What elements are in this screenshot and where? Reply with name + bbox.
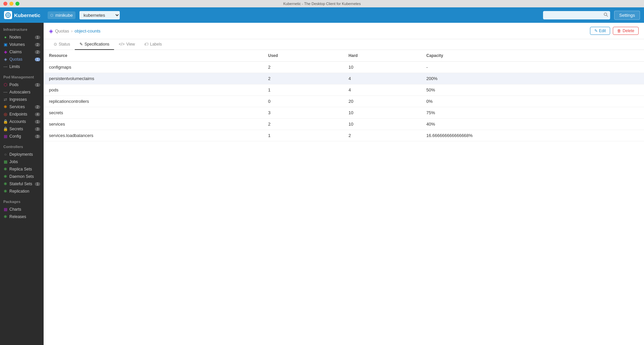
replica-icon: ❋: [3, 167, 7, 171]
edit-icon: ✎: [594, 28, 598, 33]
tab-specifications-label: Specifications: [85, 42, 109, 47]
charts-icon: ▦: [3, 207, 7, 211]
search-input[interactable]: [543, 11, 610, 19]
breadcrumb: ◈ Quotas › object-counts: [49, 28, 101, 34]
sidebar-item-autoscalers[interactable]: — Autoscalers: [0, 88, 44, 96]
table-row: replicationcontrollers 0 20 0%: [44, 96, 644, 107]
sidebar-count-claims: 2: [35, 50, 40, 54]
sidebar-label-accounts: Accounts: [9, 119, 33, 124]
table-body: configmaps 2 10 - persistentvolumeclaims…: [44, 62, 644, 141]
cell-hard: 10: [343, 119, 421, 130]
section-title-packages: Packages: [0, 195, 44, 206]
cluster-icon: ⬡: [50, 13, 53, 17]
sidebar-item-releases[interactable]: ❋ Releases: [0, 213, 44, 220]
section-title-pod-management: Pod Management: [0, 70, 44, 81]
sidebar-item-daemon-sets[interactable]: ❋ Daemon Sets: [0, 173, 44, 180]
settings-button[interactable]: Settings: [614, 11, 640, 20]
sidebar-item-charts[interactable]: ▦ Charts: [0, 206, 44, 213]
tab-view[interactable]: </> View: [114, 39, 140, 50]
tab-labels-label: Labels: [150, 42, 162, 47]
cell-resource: services: [44, 119, 263, 130]
col-hard: Hard: [343, 50, 421, 62]
sidebar-count-stateful-sets: 1: [35, 182, 40, 186]
breadcrumb-parent[interactable]: Quotas: [55, 28, 69, 33]
cell-hard: 10: [343, 62, 421, 73]
cell-capacity: 0%: [421, 96, 644, 107]
sidebar-item-volumes[interactable]: ▣ Volumes 2: [0, 41, 44, 48]
volume-icon: ▣: [3, 43, 7, 47]
sidebar-item-deployments[interactable]: ○ Deployments: [0, 151, 44, 158]
tab-status-label: Status: [59, 42, 70, 47]
tab-status[interactable]: ⊙ Status: [49, 39, 75, 50]
cell-used: 1: [263, 84, 343, 96]
sidebar-item-pods[interactable]: ⬡ Pods 1: [0, 81, 44, 88]
titlebar: Kubernetic - The Desktop Client for Kube…: [0, 0, 644, 7]
cell-capacity: -: [421, 62, 644, 73]
replication-icon: ❋: [3, 189, 7, 193]
sidebar-item-config[interactable]: ▦ Config 3: [0, 133, 44, 140]
maximize-button[interactable]: [15, 2, 19, 6]
table-row: pods 1 4 50%: [44, 84, 644, 96]
sidebar-item-quotas[interactable]: ◈ Quotas 1: [0, 56, 44, 63]
edit-button[interactable]: ✎ Edit: [590, 27, 610, 35]
window-title: Kubernetic - The Desktop Client for Kube…: [283, 2, 361, 6]
search-container: [543, 11, 610, 19]
secret-icon: 🔒: [3, 127, 7, 131]
sidebar-label-volumes: Volumes: [9, 42, 33, 47]
claim-icon: ◆: [3, 50, 7, 54]
table-header-row: Resource Used Hard Capacity: [44, 50, 644, 62]
quota-icon: ◈: [3, 57, 7, 61]
cluster-dropdown[interactable]: kubernetes: [79, 11, 120, 19]
search-button[interactable]: [603, 12, 608, 18]
sidebar-label-replication: Replication: [9, 189, 40, 194]
cell-used: 2: [263, 119, 343, 130]
sidebar-item-endpoints[interactable]: ◎ Endpoints 4: [0, 111, 44, 118]
quota-breadcrumb-icon: ◈: [49, 28, 53, 34]
sidebar-item-jobs[interactable]: ▦ Jobs: [0, 158, 44, 165]
table-header: Resource Used Hard Capacity: [44, 50, 644, 62]
cell-resource: configmaps: [44, 62, 263, 73]
cell-resource: persistentvolumeclaims: [44, 73, 263, 84]
svg-line-4: [606, 15, 608, 17]
tab-specifications[interactable]: ✎ Specifications: [75, 39, 114, 50]
cell-hard: 4: [343, 84, 421, 96]
header: Kubernetic ⬡ minikube kubernetes Setting…: [0, 7, 644, 23]
sidebar-label-autoscalers: Autoscalers: [9, 90, 40, 94]
delete-label: Delete: [623, 28, 634, 33]
cell-resource: secrets: [44, 107, 263, 119]
sidebar-item-accounts[interactable]: 🔒 Accounts 1: [0, 118, 44, 125]
tab-view-label: View: [126, 42, 135, 47]
sidebar-item-nodes[interactable]: ● Nodes 1: [0, 33, 44, 41]
sidebar-label-secrets: Secrets: [9, 127, 33, 131]
sidebar-item-services[interactable]: ❋ Services 2: [0, 103, 44, 111]
sidebar-label-charts: Charts: [9, 207, 40, 212]
sidebar-item-limits[interactable]: — Limits: [0, 63, 44, 70]
cell-resource: services.loadbalancers: [44, 130, 263, 141]
close-button[interactable]: [3, 2, 7, 6]
sidebar-item-secrets[interactable]: 🔒 Secrets 3: [0, 125, 44, 133]
label-icon: 🏷: [144, 42, 148, 47]
cluster-selector: ⬡ minikube: [48, 11, 75, 19]
search-icon: [603, 12, 608, 17]
service-icon: ❋: [3, 105, 7, 109]
jobs-icon: ▦: [3, 160, 7, 164]
cell-hard: 2: [343, 130, 421, 141]
tab-labels[interactable]: 🏷 Labels: [140, 39, 166, 50]
delete-button[interactable]: 🗑 Delete: [613, 27, 639, 35]
sidebar-label-deployments: Deployments: [9, 152, 40, 157]
cell-used: 3: [263, 107, 343, 119]
sidebar-label-ingresses: Ingresses: [9, 97, 40, 102]
sidebar-label-limits: Limits: [9, 64, 40, 69]
sidebar-label-endpoints: Endpoints: [9, 112, 33, 117]
minimize-button[interactable]: [9, 2, 13, 6]
sidebar-item-ingresses[interactable]: ⇄ Ingresses: [0, 96, 44, 103]
cell-capacity: 75%: [421, 107, 644, 119]
sidebar-item-claims[interactable]: ◆ Claims 2: [0, 48, 44, 56]
content-area: ◈ Quotas › object-counts ✎ Edit 🗑 Delete…: [44, 23, 644, 345]
breadcrumb-bar: ◈ Quotas › object-counts ✎ Edit 🗑 Delete: [44, 23, 644, 39]
spec-icon: ✎: [79, 42, 83, 47]
sidebar-item-replication[interactable]: ❋ Replication: [0, 188, 44, 195]
sidebar-count-pods: 1: [35, 83, 40, 87]
sidebar-item-replica-sets[interactable]: ❋ Replica Sets: [0, 165, 44, 173]
sidebar-item-stateful-sets[interactable]: ❋ Stateful Sets 1: [0, 180, 44, 188]
